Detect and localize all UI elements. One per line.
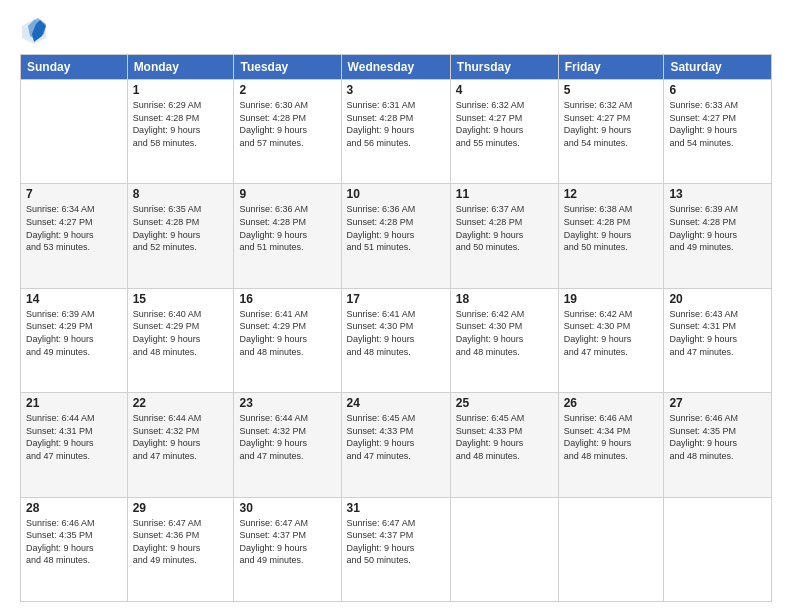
day-info: Sunrise: 6:34 AM Sunset: 4:27 PM Dayligh… [26, 203, 122, 253]
calendar-table: SundayMondayTuesdayWednesdayThursdayFrid… [20, 54, 772, 602]
day-number: 31 [347, 501, 445, 515]
day-info: Sunrise: 6:45 AM Sunset: 4:33 PM Dayligh… [347, 412, 445, 462]
day-number: 19 [564, 292, 659, 306]
calendar-cell: 8Sunrise: 6:35 AM Sunset: 4:28 PM Daylig… [127, 184, 234, 288]
logo [20, 16, 52, 44]
day-number: 4 [456, 83, 553, 97]
calendar-cell: 27Sunrise: 6:46 AM Sunset: 4:35 PM Dayli… [664, 393, 772, 497]
logo-icon [20, 16, 48, 44]
calendar-cell: 30Sunrise: 6:47 AM Sunset: 4:37 PM Dayli… [234, 497, 341, 601]
day-info: Sunrise: 6:37 AM Sunset: 4:28 PM Dayligh… [456, 203, 553, 253]
calendar-cell: 15Sunrise: 6:40 AM Sunset: 4:29 PM Dayli… [127, 288, 234, 392]
day-info: Sunrise: 6:36 AM Sunset: 4:28 PM Dayligh… [239, 203, 335, 253]
calendar-cell: 31Sunrise: 6:47 AM Sunset: 4:37 PM Dayli… [341, 497, 450, 601]
day-info: Sunrise: 6:31 AM Sunset: 4:28 PM Dayligh… [347, 99, 445, 149]
calendar-cell: 28Sunrise: 6:46 AM Sunset: 4:35 PM Dayli… [21, 497, 128, 601]
day-info: Sunrise: 6:32 AM Sunset: 4:27 PM Dayligh… [564, 99, 659, 149]
day-number: 13 [669, 187, 766, 201]
day-info: Sunrise: 6:47 AM Sunset: 4:37 PM Dayligh… [347, 517, 445, 567]
calendar-cell [450, 497, 558, 601]
calendar-cell: 11Sunrise: 6:37 AM Sunset: 4:28 PM Dayli… [450, 184, 558, 288]
calendar-cell: 29Sunrise: 6:47 AM Sunset: 4:36 PM Dayli… [127, 497, 234, 601]
day-number: 2 [239, 83, 335, 97]
calendar-cell [664, 497, 772, 601]
day-number: 10 [347, 187, 445, 201]
day-info: Sunrise: 6:29 AM Sunset: 4:28 PM Dayligh… [133, 99, 229, 149]
day-info: Sunrise: 6:39 AM Sunset: 4:28 PM Dayligh… [669, 203, 766, 253]
day-number: 21 [26, 396, 122, 410]
day-info: Sunrise: 6:45 AM Sunset: 4:33 PM Dayligh… [456, 412, 553, 462]
week-row-2: 7Sunrise: 6:34 AM Sunset: 4:27 PM Daylig… [21, 184, 772, 288]
weekday-thursday: Thursday [450, 55, 558, 80]
day-info: Sunrise: 6:44 AM Sunset: 4:32 PM Dayligh… [133, 412, 229, 462]
week-row-5: 28Sunrise: 6:46 AM Sunset: 4:35 PM Dayli… [21, 497, 772, 601]
day-info: Sunrise: 6:38 AM Sunset: 4:28 PM Dayligh… [564, 203, 659, 253]
day-number: 28 [26, 501, 122, 515]
header [20, 16, 772, 44]
day-info: Sunrise: 6:41 AM Sunset: 4:30 PM Dayligh… [347, 308, 445, 358]
calendar-cell: 5Sunrise: 6:32 AM Sunset: 4:27 PM Daylig… [558, 80, 664, 184]
day-number: 9 [239, 187, 335, 201]
day-info: Sunrise: 6:35 AM Sunset: 4:28 PM Dayligh… [133, 203, 229, 253]
day-number: 17 [347, 292, 445, 306]
day-number: 30 [239, 501, 335, 515]
weekday-monday: Monday [127, 55, 234, 80]
day-info: Sunrise: 6:41 AM Sunset: 4:29 PM Dayligh… [239, 308, 335, 358]
day-number: 24 [347, 396, 445, 410]
calendar-cell: 22Sunrise: 6:44 AM Sunset: 4:32 PM Dayli… [127, 393, 234, 497]
calendar-cell: 16Sunrise: 6:41 AM Sunset: 4:29 PM Dayli… [234, 288, 341, 392]
page: SundayMondayTuesdayWednesdayThursdayFrid… [0, 0, 792, 612]
calendar-cell: 14Sunrise: 6:39 AM Sunset: 4:29 PM Dayli… [21, 288, 128, 392]
day-info: Sunrise: 6:42 AM Sunset: 4:30 PM Dayligh… [564, 308, 659, 358]
day-info: Sunrise: 6:46 AM Sunset: 4:35 PM Dayligh… [669, 412, 766, 462]
day-number: 12 [564, 187, 659, 201]
day-info: Sunrise: 6:33 AM Sunset: 4:27 PM Dayligh… [669, 99, 766, 149]
calendar-cell: 10Sunrise: 6:36 AM Sunset: 4:28 PM Dayli… [341, 184, 450, 288]
calendar-cell: 2Sunrise: 6:30 AM Sunset: 4:28 PM Daylig… [234, 80, 341, 184]
day-number: 8 [133, 187, 229, 201]
day-info: Sunrise: 6:44 AM Sunset: 4:31 PM Dayligh… [26, 412, 122, 462]
day-info: Sunrise: 6:46 AM Sunset: 4:34 PM Dayligh… [564, 412, 659, 462]
calendar-cell: 21Sunrise: 6:44 AM Sunset: 4:31 PM Dayli… [21, 393, 128, 497]
day-number: 29 [133, 501, 229, 515]
day-number: 6 [669, 83, 766, 97]
day-number: 5 [564, 83, 659, 97]
weekday-saturday: Saturday [664, 55, 772, 80]
day-info: Sunrise: 6:30 AM Sunset: 4:28 PM Dayligh… [239, 99, 335, 149]
calendar-cell [21, 80, 128, 184]
day-info: Sunrise: 6:43 AM Sunset: 4:31 PM Dayligh… [669, 308, 766, 358]
weekday-header-row: SundayMondayTuesdayWednesdayThursdayFrid… [21, 55, 772, 80]
calendar-cell: 17Sunrise: 6:41 AM Sunset: 4:30 PM Dayli… [341, 288, 450, 392]
calendar-cell: 20Sunrise: 6:43 AM Sunset: 4:31 PM Dayli… [664, 288, 772, 392]
weekday-friday: Friday [558, 55, 664, 80]
calendar-cell: 9Sunrise: 6:36 AM Sunset: 4:28 PM Daylig… [234, 184, 341, 288]
calendar-cell: 26Sunrise: 6:46 AM Sunset: 4:34 PM Dayli… [558, 393, 664, 497]
day-info: Sunrise: 6:42 AM Sunset: 4:30 PM Dayligh… [456, 308, 553, 358]
day-info: Sunrise: 6:46 AM Sunset: 4:35 PM Dayligh… [26, 517, 122, 567]
day-info: Sunrise: 6:39 AM Sunset: 4:29 PM Dayligh… [26, 308, 122, 358]
day-number: 7 [26, 187, 122, 201]
day-info: Sunrise: 6:44 AM Sunset: 4:32 PM Dayligh… [239, 412, 335, 462]
calendar-cell [558, 497, 664, 601]
calendar-cell: 23Sunrise: 6:44 AM Sunset: 4:32 PM Dayli… [234, 393, 341, 497]
day-number: 26 [564, 396, 659, 410]
weekday-sunday: Sunday [21, 55, 128, 80]
day-info: Sunrise: 6:47 AM Sunset: 4:37 PM Dayligh… [239, 517, 335, 567]
weekday-tuesday: Tuesday [234, 55, 341, 80]
calendar-cell: 7Sunrise: 6:34 AM Sunset: 4:27 PM Daylig… [21, 184, 128, 288]
day-number: 20 [669, 292, 766, 306]
day-number: 18 [456, 292, 553, 306]
calendar-cell: 12Sunrise: 6:38 AM Sunset: 4:28 PM Dayli… [558, 184, 664, 288]
day-number: 27 [669, 396, 766, 410]
calendar-cell: 13Sunrise: 6:39 AM Sunset: 4:28 PM Dayli… [664, 184, 772, 288]
day-info: Sunrise: 6:47 AM Sunset: 4:36 PM Dayligh… [133, 517, 229, 567]
day-info: Sunrise: 6:32 AM Sunset: 4:27 PM Dayligh… [456, 99, 553, 149]
calendar-cell: 3Sunrise: 6:31 AM Sunset: 4:28 PM Daylig… [341, 80, 450, 184]
calendar-cell: 4Sunrise: 6:32 AM Sunset: 4:27 PM Daylig… [450, 80, 558, 184]
calendar-cell: 25Sunrise: 6:45 AM Sunset: 4:33 PM Dayli… [450, 393, 558, 497]
day-number: 23 [239, 396, 335, 410]
day-number: 1 [133, 83, 229, 97]
day-info: Sunrise: 6:36 AM Sunset: 4:28 PM Dayligh… [347, 203, 445, 253]
calendar-cell: 24Sunrise: 6:45 AM Sunset: 4:33 PM Dayli… [341, 393, 450, 497]
day-number: 11 [456, 187, 553, 201]
